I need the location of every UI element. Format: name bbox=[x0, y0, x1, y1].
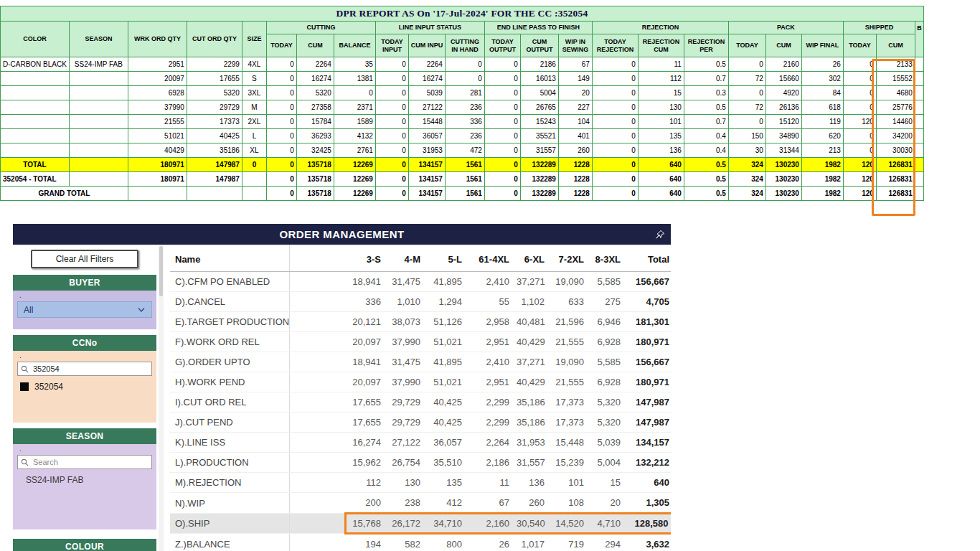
dpr-cell: 2371 bbox=[334, 100, 375, 115]
dpr-cell: 120 bbox=[843, 158, 876, 172]
dpr-cell: 26136 bbox=[765, 100, 801, 115]
dpr-cell bbox=[128, 187, 187, 201]
dpr-header-cell: TODAY INPUT bbox=[375, 34, 408, 57]
column-header[interactable]: 61-4XL bbox=[466, 245, 513, 272]
dpr-cell: 0 bbox=[484, 57, 520, 72]
dpr-cell: 0 bbox=[843, 143, 876, 158]
row-value: 20,097 bbox=[345, 372, 385, 392]
dpr-cell: 0 bbox=[375, 172, 408, 187]
row-spacer bbox=[289, 392, 345, 413]
row-value: 147,987 bbox=[624, 413, 671, 433]
column-header[interactable]: 8-3XL bbox=[588, 245, 624, 272]
dpr-cell: 126831 bbox=[876, 187, 915, 201]
row-name: M).REJECTION bbox=[170, 473, 289, 493]
dpr-header-cell: TODAY OUTPUT bbox=[484, 34, 520, 57]
dpr-cell: 2264 bbox=[408, 57, 445, 72]
dpr-cell: 0 bbox=[484, 158, 520, 172]
dpr-grand-row: GRAND TOTAL01357181226901341571561013228… bbox=[1, 187, 924, 201]
row-value: 238 bbox=[385, 493, 424, 514]
row-value: 640 bbox=[624, 473, 671, 493]
dpr-cell: 34200 bbox=[876, 129, 915, 143]
column-header[interactable]: 3-S bbox=[345, 245, 385, 272]
row-value: 18,941 bbox=[345, 352, 385, 372]
ccno-option-352054[interactable]: 352054 bbox=[20, 382, 151, 392]
row-value: 3,632 bbox=[624, 534, 671, 551]
column-header[interactable]: 6-XL bbox=[513, 245, 548, 272]
row-value: 2,410 bbox=[466, 272, 513, 292]
order-management-table: Name3-S4-M5-L61-4XL6-XL7-2XL8-3XLTotalC)… bbox=[170, 245, 671, 551]
dpr-cell: 0 bbox=[375, 100, 408, 115]
ccno-search-box[interactable] bbox=[17, 362, 152, 376]
row-value: 2,951 bbox=[466, 372, 513, 392]
dpr-cell bbox=[915, 115, 923, 129]
dpr-cell bbox=[915, 187, 923, 201]
dpr-cell: 34890 bbox=[765, 129, 801, 143]
season-option-ss24-imp-fab[interactable]: SS24-IMP FAB bbox=[26, 475, 151, 485]
column-header-name[interactable]: Name bbox=[170, 245, 289, 272]
dpr-cell bbox=[69, 172, 128, 187]
ccno-search-input[interactable] bbox=[32, 364, 149, 374]
dpr-cell bbox=[915, 86, 923, 100]
dpr-cell: 130230 bbox=[765, 172, 801, 187]
dpr-cell: 132289 bbox=[520, 172, 558, 187]
dpr-cell: 260 bbox=[558, 143, 592, 158]
dpr-cell bbox=[915, 158, 923, 172]
row-value: 21,596 bbox=[548, 312, 588, 332]
dpr-data-row: 692853203XL0532000503928105004200150.304… bbox=[1, 86, 924, 100]
dpr-cell: 126831 bbox=[876, 172, 915, 187]
dpr-cell bbox=[1, 72, 70, 86]
ccno-slicer: CCNo . 352054 bbox=[13, 335, 156, 423]
column-header[interactable]: 7-2XL bbox=[548, 245, 588, 272]
dpr-cell: 27358 bbox=[296, 100, 334, 115]
row-value: 1,017 bbox=[513, 534, 548, 551]
dpr-data-row: 5102140425L03629341320360572360355214010… bbox=[1, 129, 924, 143]
buyer-dropdown[interactable]: All bbox=[17, 301, 152, 318]
row-name: K).LINE ISS bbox=[170, 433, 289, 453]
dpr-group-header: CUTTING bbox=[266, 22, 375, 34]
checkbox-checked-icon[interactable] bbox=[20, 382, 29, 391]
row-value: 26,754 bbox=[385, 453, 424, 473]
season-search-box[interactable] bbox=[17, 455, 152, 469]
row-value: 35,186 bbox=[513, 413, 548, 433]
column-header[interactable]: 4-M bbox=[385, 245, 424, 272]
row-value: 26 bbox=[466, 534, 513, 551]
dpr-cell: 15660 bbox=[765, 72, 801, 86]
buyer-slicer: BUYER . All bbox=[13, 275, 156, 329]
dpr-cell: 147987 bbox=[187, 172, 242, 187]
dpr-header-cell: CUM bbox=[296, 34, 334, 57]
season-search-input[interactable] bbox=[32, 457, 149, 467]
row-value: 336 bbox=[345, 292, 385, 312]
dpr-cell: 1561 bbox=[445, 158, 484, 172]
dpr-cell: 0 bbox=[843, 129, 876, 143]
dpr-cell: 180971 bbox=[128, 158, 187, 172]
dpr-cell: 147987 bbox=[187, 158, 242, 172]
dpr-cell: 324 bbox=[728, 187, 765, 201]
dpr-data-row: 3799029729M02735823710271222360267652270… bbox=[1, 100, 924, 115]
pin-icon[interactable] bbox=[655, 230, 665, 240]
dpr-cell: 1561 bbox=[445, 172, 484, 187]
dpr-cell: 0 bbox=[334, 86, 375, 100]
chevron-down-icon bbox=[137, 307, 146, 313]
dpr-header-cell: TODAY bbox=[266, 34, 296, 57]
dpr-cell: 14460 bbox=[876, 115, 915, 129]
dpr-cell: 120 bbox=[843, 115, 876, 129]
dpr-cell: 136 bbox=[638, 143, 684, 158]
row-value: 51,021 bbox=[424, 332, 466, 352]
scrollbar-thumb[interactable] bbox=[159, 246, 163, 296]
dpr-cell: 2761 bbox=[334, 143, 375, 158]
column-header[interactable]: Total bbox=[624, 245, 671, 272]
row-value: 41,895 bbox=[424, 352, 466, 372]
clear-all-filters-button[interactable]: Clear All Filters bbox=[31, 250, 138, 268]
column-header[interactable]: 5-L bbox=[424, 245, 466, 272]
row-value: 31,475 bbox=[385, 272, 424, 292]
row-value: 20 bbox=[588, 493, 624, 514]
dpr-group-header: REJECTION bbox=[592, 22, 728, 34]
dpr-cell: 5320 bbox=[187, 86, 242, 100]
sidebar-scrollbar[interactable] bbox=[159, 245, 164, 551]
row-value: 35,510 bbox=[424, 453, 466, 473]
dpr-group-header: B bbox=[915, 22, 923, 57]
season-slicer-body: . SS24-IMP FAB bbox=[13, 444, 156, 529]
dpr-cell: TOTAL bbox=[1, 158, 70, 172]
dpr-cell bbox=[69, 72, 128, 86]
order-table-row: C).CFM PO ENABLED18,94131,47541,8952,410… bbox=[170, 272, 671, 292]
